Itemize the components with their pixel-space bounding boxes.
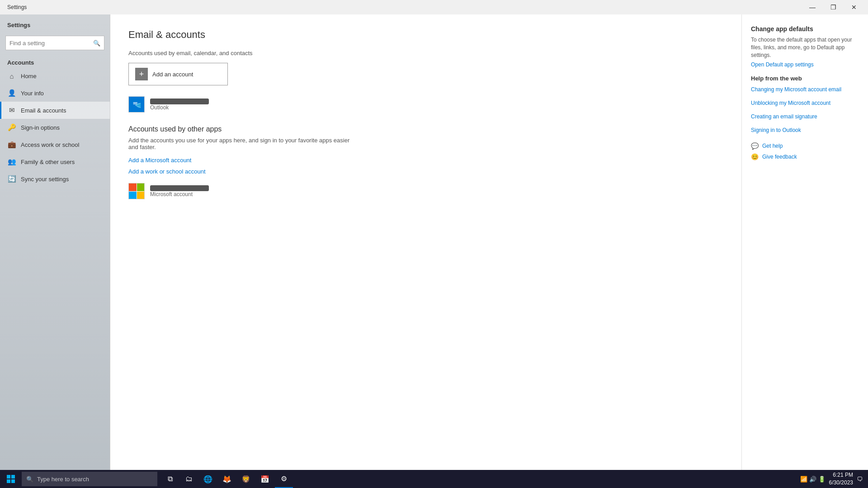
other-apps-description: Add the accounts you use for your apps h… xyxy=(128,137,354,150)
right-panel: Change app defaults To choose the defaul… xyxy=(741,14,868,488)
give-feedback-link[interactable]: Give feedback xyxy=(762,154,797,160)
taskbar-search-input[interactable] xyxy=(37,476,153,483)
minimize-button[interactable]: — xyxy=(802,0,823,14)
sidebar-app-title: Settings xyxy=(0,18,110,34)
sidebar: Settings 🔍 Accounts ⌂ Home 👤 Your info ✉… xyxy=(0,14,110,488)
taskbar-search-box[interactable]: 🔍 xyxy=(22,472,157,486)
help-from-web-section: Help from the web Changing my Microsoft … xyxy=(751,75,859,133)
sidebar-item-home-label: Home xyxy=(21,73,37,80)
sidebar-item-access-work-label: Access work or school xyxy=(21,141,79,148)
key-icon: 🔑 xyxy=(7,123,16,131)
sidebar-item-access-work-school[interactable]: 💼 Access work or school xyxy=(0,136,110,153)
app-window: Settings 🔍 Accounts ⌂ Home 👤 Your info ✉… xyxy=(0,14,868,488)
open-default-settings-link[interactable]: Open Default app settings xyxy=(751,61,859,68)
add-microsoft-account-button[interactable]: Add a Microsoft account xyxy=(128,157,191,164)
close-button[interactable]: ✕ xyxy=(844,0,864,14)
taskbar-search-icon: 🔍 xyxy=(26,476,33,483)
sidebar-item-sync-label: Sync your settings xyxy=(21,176,69,183)
page-title: Email & accounts xyxy=(128,29,723,41)
window-title: Settings xyxy=(7,4,27,10)
taskbar: 🔍 ⧉ 🗂 🌐 🦊 🦁 📅 ⚙ 📶 🔊 🔋 6:21 PM 6/30/2023 … xyxy=(0,470,868,488)
taskbar-date-value: 6/30/2023 xyxy=(829,479,853,487)
svg-rect-1 xyxy=(133,102,137,103)
sidebar-item-email-accounts-label: Email & accounts xyxy=(21,107,66,114)
microsoft-account-type: Microsoft account xyxy=(150,191,209,197)
sidebar-item-home[interactable]: ⌂ Home xyxy=(0,68,110,84)
outlook-account-type: Outlook xyxy=(150,104,209,111)
support-section: 💬 Get help 😊 Give feedback xyxy=(751,142,859,160)
person-icon: 👤 xyxy=(7,89,16,97)
search-icon: 🔍 xyxy=(90,40,104,47)
add-icon: + xyxy=(135,68,148,80)
briefcase-icon: 💼 xyxy=(7,141,16,149)
sidebar-item-sign-in-label: Sign-in options xyxy=(21,124,60,131)
get-help-link[interactable]: Get help xyxy=(762,143,783,149)
sidebar-search-input[interactable] xyxy=(6,40,90,47)
change-defaults-title: Change app defaults xyxy=(751,25,859,33)
sidebar-item-email-accounts[interactable]: ✉ Email & accounts xyxy=(0,102,110,119)
sidebar-item-family-label: Family & other users xyxy=(21,159,75,165)
help-from-web-title: Help from the web xyxy=(751,75,859,82)
settings-button[interactable]: ⚙ xyxy=(275,470,293,488)
taskbar-right: 📶 🔊 🔋 6:21 PM 6/30/2023 🗨 xyxy=(800,471,866,487)
window-controls: — ❐ ✕ xyxy=(802,0,864,14)
sync-icon: 🔄 xyxy=(7,175,16,183)
brave-button[interactable]: 🦁 xyxy=(237,470,255,488)
sidebar-item-your-info-label: Your info xyxy=(21,90,44,97)
start-button[interactable] xyxy=(2,470,20,488)
other-apps-heading: Accounts used by other apps xyxy=(128,125,723,133)
email-icon: ✉ xyxy=(7,106,16,114)
sidebar-item-sign-in-options[interactable]: 🔑 Sign-in options xyxy=(0,119,110,136)
home-icon: ⌂ xyxy=(7,72,16,80)
add-account-label: Add an account xyxy=(152,71,193,78)
sidebar-item-your-info[interactable]: 👤 Your info xyxy=(0,84,110,102)
task-view-button[interactable]: ⧉ xyxy=(161,470,179,488)
title-bar: Settings — ❐ ✕ xyxy=(0,0,868,14)
sidebar-search-box[interactable]: 🔍 xyxy=(5,36,104,50)
help-link-1[interactable]: Changing my Microsoft account email xyxy=(751,86,859,93)
system-tray: 📶 🔊 🔋 xyxy=(800,476,826,483)
email-section-subtitle: Accounts used by email, calendar, and co… xyxy=(128,50,723,56)
svg-rect-2 xyxy=(133,103,137,104)
taskbar-clock[interactable]: 6:21 PM 6/30/2023 xyxy=(829,471,853,487)
taskbar-icons: ⧉ 🗂 🌐 🦊 🦁 📅 ⚙ xyxy=(161,470,293,488)
help-link-2[interactable]: Unblocking my Microsoft account xyxy=(751,100,859,106)
edge-browser-button[interactable]: 🌐 xyxy=(199,470,217,488)
sidebar-item-family-users[interactable]: 👥 Family & other users xyxy=(0,153,110,170)
microsoft-email-blurred xyxy=(150,185,209,191)
help-link-3[interactable]: Creating an email signature xyxy=(751,113,859,120)
microsoft-account-info: Microsoft account xyxy=(150,185,209,197)
feedback-icon: 😊 xyxy=(751,153,759,160)
give-feedback-item[interactable]: 😊 Give feedback xyxy=(751,153,859,160)
add-account-button[interactable]: + Add an account xyxy=(128,63,228,85)
notifications-icon[interactable]: 🗨 xyxy=(857,476,863,483)
main-content: Email & accounts Accounts used by email,… xyxy=(110,14,741,488)
change-defaults-desc: To choose the default apps that open you… xyxy=(751,36,859,59)
outlook-account-info: Outlook xyxy=(150,99,209,111)
sidebar-section-label: Accounts xyxy=(0,56,110,68)
calendar-button[interactable]: 📅 xyxy=(256,470,274,488)
file-explorer-button[interactable]: 🗂 xyxy=(180,470,198,488)
add-work-school-account-button[interactable]: Add a work or school account xyxy=(128,168,206,175)
outlook-icon xyxy=(128,96,145,113)
firefox-button[interactable]: 🦊 xyxy=(218,470,236,488)
taskbar-time-value: 6:21 PM xyxy=(829,471,853,479)
microsoft-logo xyxy=(128,183,145,199)
group-icon: 👥 xyxy=(7,158,16,166)
battery-icon: 🔋 xyxy=(818,476,826,483)
get-help-item[interactable]: 💬 Get help xyxy=(751,142,859,150)
microsoft-account-item[interactable]: Microsoft account xyxy=(128,179,723,203)
help-link-4[interactable]: Signing in to Outlook xyxy=(751,127,859,133)
restore-button[interactable]: ❐ xyxy=(823,0,844,14)
outlook-email-blurred xyxy=(150,99,209,104)
network-icon: 📶 xyxy=(800,476,807,483)
outlook-account-item[interactable]: Outlook xyxy=(128,93,723,116)
get-help-icon: 💬 xyxy=(751,142,759,150)
windows-logo xyxy=(7,475,15,483)
sidebar-item-sync-settings[interactable]: 🔄 Sync your settings xyxy=(0,170,110,188)
volume-icon: 🔊 xyxy=(809,476,816,483)
